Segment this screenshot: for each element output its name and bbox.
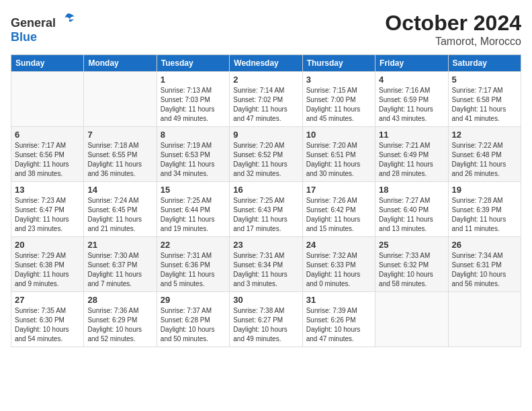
- header-friday: Friday: [375, 55, 448, 72]
- day-number: 28: [87, 295, 152, 305]
- day-info: Sunrise: 7:17 AM Sunset: 6:56 PM Dayligh…: [15, 141, 80, 179]
- calendar-cell: 8Sunrise: 7:19 AM Sunset: 6:53 PM Daylig…: [157, 127, 229, 182]
- day-number: 25: [379, 240, 444, 250]
- week-row-3: 13Sunrise: 7:23 AM Sunset: 6:47 PM Dayli…: [11, 182, 521, 237]
- header-saturday: Saturday: [448, 55, 521, 72]
- day-info: Sunrise: 7:21 AM Sunset: 6:49 PM Dayligh…: [379, 141, 444, 179]
- day-number: 19: [452, 185, 517, 195]
- calendar-cell: 19Sunrise: 7:28 AM Sunset: 6:39 PM Dayli…: [448, 182, 521, 237]
- day-number: 23: [233, 240, 298, 250]
- day-info: Sunrise: 7:23 AM Sunset: 6:47 PM Dayligh…: [15, 196, 80, 234]
- day-info: Sunrise: 7:28 AM Sunset: 6:39 PM Dayligh…: [452, 196, 517, 234]
- calendar-cell: 20Sunrise: 7:29 AM Sunset: 6:38 PM Dayli…: [11, 237, 84, 292]
- header-thursday: Thursday: [302, 55, 375, 72]
- day-number: 9: [233, 130, 298, 140]
- day-number: 3: [306, 75, 371, 85]
- header-tuesday: Tuesday: [157, 55, 229, 72]
- calendar-cell: 11Sunrise: 7:21 AM Sunset: 6:49 PM Dayli…: [375, 127, 448, 182]
- day-number: 2: [233, 75, 298, 85]
- calendar-cell: [84, 72, 157, 127]
- day-info: Sunrise: 7:25 AM Sunset: 6:44 PM Dayligh…: [161, 196, 226, 234]
- calendar-cell: 2Sunrise: 7:14 AM Sunset: 7:02 PM Daylig…: [230, 72, 302, 127]
- day-number: 26: [452, 240, 517, 250]
- calendar-cell: [375, 292, 448, 347]
- day-number: 21: [87, 240, 152, 250]
- day-info: Sunrise: 7:24 AM Sunset: 6:45 PM Dayligh…: [87, 196, 152, 234]
- day-info: Sunrise: 7:38 AM Sunset: 6:27 PM Dayligh…: [233, 306, 298, 344]
- week-row-5: 27Sunrise: 7:35 AM Sunset: 6:30 PM Dayli…: [11, 292, 521, 347]
- calendar-cell: 22Sunrise: 7:31 AM Sunset: 6:36 PM Dayli…: [157, 237, 229, 292]
- day-number: 11: [379, 130, 444, 140]
- calendar-cell: 7Sunrise: 7:18 AM Sunset: 6:55 PM Daylig…: [84, 127, 157, 182]
- calendar-cell: 27Sunrise: 7:35 AM Sunset: 6:30 PM Dayli…: [11, 292, 84, 347]
- day-info: Sunrise: 7:29 AM Sunset: 6:38 PM Dayligh…: [15, 251, 80, 289]
- page-header: General Blue October 2024 Tamorot, Moroc…: [11, 11, 521, 48]
- calendar-cell: 4Sunrise: 7:16 AM Sunset: 6:59 PM Daylig…: [375, 72, 448, 127]
- header-monday: Monday: [84, 55, 157, 72]
- day-number: 27: [15, 295, 80, 305]
- day-info: Sunrise: 7:30 AM Sunset: 6:37 PM Dayligh…: [87, 251, 152, 289]
- calendar-cell: 3Sunrise: 7:15 AM Sunset: 7:00 PM Daylig…: [302, 72, 375, 127]
- calendar-cell: 15Sunrise: 7:25 AM Sunset: 6:44 PM Dayli…: [157, 182, 229, 237]
- calendar-cell: 31Sunrise: 7:39 AM Sunset: 6:26 PM Dayli…: [302, 292, 375, 347]
- calendar-cell: 10Sunrise: 7:20 AM Sunset: 6:51 PM Dayli…: [302, 127, 375, 182]
- day-info: Sunrise: 7:31 AM Sunset: 6:34 PM Dayligh…: [233, 251, 298, 289]
- day-info: Sunrise: 7:27 AM Sunset: 6:40 PM Dayligh…: [379, 196, 444, 234]
- title-block: October 2024 Tamorot, Morocco: [385, 11, 521, 48]
- calendar-cell: 6Sunrise: 7:17 AM Sunset: 6:56 PM Daylig…: [11, 127, 84, 182]
- calendar-cell: 28Sunrise: 7:36 AM Sunset: 6:29 PM Dayli…: [84, 292, 157, 347]
- day-number: 20: [15, 240, 80, 250]
- day-info: Sunrise: 7:20 AM Sunset: 6:52 PM Dayligh…: [233, 141, 298, 179]
- logo: General Blue: [11, 11, 77, 44]
- calendar-cell: 29Sunrise: 7:37 AM Sunset: 6:28 PM Dayli…: [157, 292, 229, 347]
- month-title: October 2024: [385, 11, 521, 36]
- day-info: Sunrise: 7:20 AM Sunset: 6:51 PM Dayligh…: [306, 141, 371, 179]
- logo-bird-icon: [60, 11, 77, 27]
- calendar-cell: 30Sunrise: 7:38 AM Sunset: 6:27 PM Dayli…: [230, 292, 302, 347]
- day-info: Sunrise: 7:39 AM Sunset: 6:26 PM Dayligh…: [306, 306, 371, 344]
- day-info: Sunrise: 7:15 AM Sunset: 7:00 PM Dayligh…: [306, 86, 371, 124]
- calendar-cell: 5Sunrise: 7:17 AM Sunset: 6:58 PM Daylig…: [448, 72, 521, 127]
- day-number: 13: [15, 185, 80, 195]
- day-number: 30: [233, 295, 298, 305]
- day-info: Sunrise: 7:22 AM Sunset: 6:48 PM Dayligh…: [452, 141, 517, 179]
- header-sunday: Sunday: [11, 55, 84, 72]
- day-info: Sunrise: 7:13 AM Sunset: 7:03 PM Dayligh…: [161, 86, 226, 124]
- day-number: 15: [161, 185, 226, 195]
- day-number: 5: [452, 75, 517, 85]
- header-wednesday: Wednesday: [230, 55, 302, 72]
- day-number: 1: [161, 75, 226, 85]
- day-info: Sunrise: 7:35 AM Sunset: 6:30 PM Dayligh…: [15, 306, 80, 344]
- day-number: 22: [161, 240, 226, 250]
- day-info: Sunrise: 7:26 AM Sunset: 6:42 PM Dayligh…: [306, 196, 371, 234]
- day-info: Sunrise: 7:19 AM Sunset: 6:53 PM Dayligh…: [161, 141, 226, 179]
- day-info: Sunrise: 7:14 AM Sunset: 7:02 PM Dayligh…: [233, 86, 298, 124]
- calendar-cell: 1Sunrise: 7:13 AM Sunset: 7:03 PM Daylig…: [157, 72, 229, 127]
- day-info: Sunrise: 7:36 AM Sunset: 6:29 PM Dayligh…: [87, 306, 152, 344]
- calendar-cell: 9Sunrise: 7:20 AM Sunset: 6:52 PM Daylig…: [230, 127, 302, 182]
- logo-text: General Blue: [11, 11, 77, 44]
- day-number: 6: [15, 130, 80, 140]
- calendar-cell: 16Sunrise: 7:25 AM Sunset: 6:43 PM Dayli…: [230, 182, 302, 237]
- day-number: 4: [379, 75, 444, 85]
- day-number: 8: [161, 130, 226, 140]
- day-number: 31: [306, 295, 371, 305]
- day-info: Sunrise: 7:31 AM Sunset: 6:36 PM Dayligh…: [161, 251, 226, 289]
- day-info: Sunrise: 7:16 AM Sunset: 6:59 PM Dayligh…: [379, 86, 444, 124]
- calendar-cell: 25Sunrise: 7:33 AM Sunset: 6:32 PM Dayli…: [375, 237, 448, 292]
- day-number: 16: [233, 185, 298, 195]
- day-info: Sunrise: 7:33 AM Sunset: 6:32 PM Dayligh…: [379, 251, 444, 289]
- day-number: 18: [379, 185, 444, 195]
- calendar-table: SundayMondayTuesdayWednesdayThursdayFrid…: [11, 54, 521, 347]
- day-number: 29: [161, 295, 226, 305]
- day-number: 14: [87, 185, 152, 195]
- day-info: Sunrise: 7:32 AM Sunset: 6:33 PM Dayligh…: [306, 251, 371, 289]
- day-number: 24: [306, 240, 371, 250]
- day-info: Sunrise: 7:17 AM Sunset: 6:58 PM Dayligh…: [452, 86, 517, 124]
- calendar-header-row: SundayMondayTuesdayWednesdayThursdayFrid…: [11, 55, 521, 72]
- day-number: 12: [452, 130, 517, 140]
- logo-blue: Blue: [11, 30, 37, 44]
- day-info: Sunrise: 7:18 AM Sunset: 6:55 PM Dayligh…: [87, 141, 152, 179]
- day-number: 7: [87, 130, 152, 140]
- day-number: 10: [306, 130, 371, 140]
